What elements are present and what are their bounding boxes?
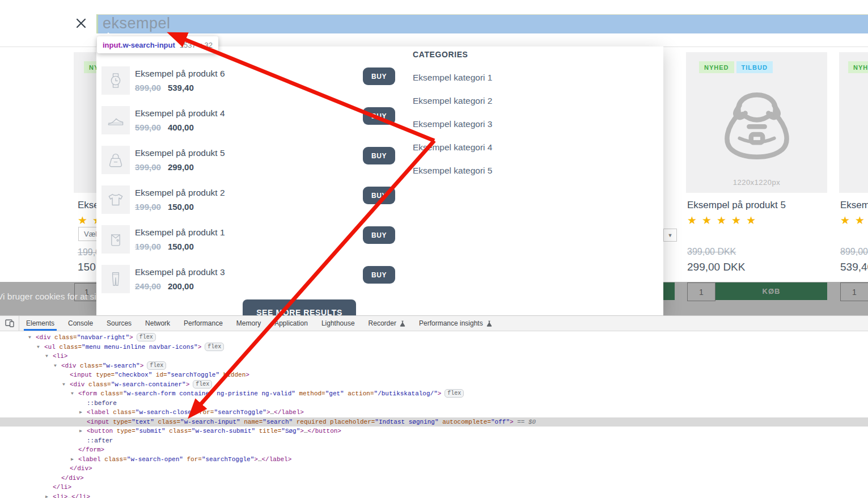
tooltip-element-class: .w-search-input — [121, 41, 175, 49]
result-product-name[interactable]: Eksempel på produkt 2 — [135, 188, 225, 198]
experiment-flask-icon — [486, 320, 492, 327]
product-title: Eksempel på produkt 5 — [687, 200, 786, 211]
result-old-price: 249,00 — [135, 281, 161, 291]
result-old-price: 199,00 — [135, 242, 161, 251]
dom-node-line[interactable]: ▼<div class="w-search">flex — [0, 361, 868, 371]
expand-arrow-closed-icon[interactable]: ▶ — [45, 492, 53, 498]
product-thumb-icon — [101, 225, 130, 254]
devtools-tab-console[interactable]: Console — [62, 316, 99, 331]
result-product-name[interactable]: Eksempel på produkt 4 — [135, 108, 225, 119]
category-link[interactable]: Eksempel kategori 5 — [413, 166, 492, 177]
dom-node-line[interactable]: ▼<li> — [0, 352, 868, 361]
tooltip-element-tag: input — [103, 41, 121, 49]
buy-button[interactable]: BUY — [363, 226, 395, 244]
image-placeholder-label: 1220x1220px — [686, 178, 827, 187]
expand-arrow-closed-icon[interactable]: ▶ — [79, 427, 87, 436]
expand-arrow-open-icon[interactable]: ▼ — [45, 352, 53, 361]
dom-node-line[interactable]: </div> — [0, 474, 868, 483]
result-product-name[interactable]: Eksempel på produkt 5 — [135, 148, 225, 158]
dom-node-selected[interactable]: <input type="text" class="w-search-input… — [0, 417, 868, 427]
expand-arrow-open-icon[interactable]: ▼ — [54, 361, 61, 371]
buy-button[interactable]: BUY — [363, 147, 395, 164]
product-thumb-icon — [101, 185, 130, 214]
badge-nyhed: NYHED — [848, 61, 868, 73]
buy-button[interactable]: BUY — [363, 187, 395, 204]
expand-arrow-closed-icon[interactable]: ▶ — [79, 408, 87, 417]
category-link[interactable]: Eksempel kategori 1 — [413, 73, 492, 84]
expand-arrow-open-icon[interactable]: ▼ — [37, 343, 44, 352]
result-new-price: 150,00 — [168, 202, 194, 212]
result-new-price: 400,00 — [168, 123, 194, 132]
buy-button[interactable]: BUY — [363, 266, 395, 284]
dom-node-line[interactable]: ::after — [0, 436, 868, 446]
tooltip-dimensions: 1537 × 32 — [180, 41, 213, 49]
result-product-name[interactable]: Eksempel på produkt 3 — [135, 267, 225, 277]
dom-node-line[interactable]: ▼<ul class="menu menu-inline navbar-icon… — [0, 343, 868, 352]
result-new-price: 200,00 — [168, 281, 194, 291]
devtools-tab-memory[interactable]: Memory — [231, 316, 266, 331]
category-link[interactable]: Eksempel kategori 3 — [413, 119, 492, 130]
inspected-search-input[interactable]: eksempel — [96, 14, 868, 33]
dom-node-line[interactable]: ▼<form class="w-search-form container ng… — [0, 389, 868, 399]
search-results-panel: Eksempel på produkt 6899,00539,40BUYEkse… — [96, 47, 663, 315]
devtools-tab-performance-insights[interactable]: Performance insights — [413, 316, 498, 331]
handbag-image — [709, 67, 805, 169]
device-toolbar-icon[interactable] — [0, 316, 19, 331]
category-link[interactable]: Eksempel kategori 2 — [413, 96, 492, 107]
devtools-tab-recorder[interactable]: Recorder — [363, 316, 411, 331]
result-product-name[interactable]: Eksempel på produkt 6 — [135, 69, 225, 79]
category-link[interactable]: Eksempel kategori 4 — [413, 142, 492, 154]
dom-node-line[interactable]: ▶<li>…</li> — [0, 492, 868, 498]
dom-node-line[interactable]: ▶<label class="w-search-close" for="sear… — [0, 408, 868, 417]
star-rating: ★★★★★ — [840, 214, 868, 227]
dom-node-line[interactable]: ::before — [0, 399, 868, 408]
product-card-image: NYHED TILBUD — [686, 52, 827, 193]
product-thumb-icon — [101, 106, 130, 134]
dom-node-line[interactable]: </form> — [0, 445, 868, 455]
price-old: 899,00 DKK — [840, 247, 868, 257]
devtools-tab-elements[interactable]: Elements — [20, 316, 60, 331]
devtools-panel: ElementsConsoleSourcesNetworkPerformance… — [0, 315, 868, 498]
categories-title: CATEGORIES — [413, 50, 468, 59]
expand-arrow-open-icon[interactable]: ▼ — [28, 333, 36, 343]
inspect-tooltip: input.w-search-input 1537 × 32 — [97, 36, 218, 53]
buy-button[interactable]: BUY — [363, 67, 395, 85]
devtools-tab-sources[interactable]: Sources — [101, 316, 137, 331]
dom-node-line[interactable]: <input type="checkbox" id="searchToggle"… — [0, 370, 868, 380]
result-old-price: 899,00 — [135, 83, 161, 92]
buy-button[interactable]: BUY — [363, 107, 395, 125]
result-old-price: 199,00 — [135, 202, 161, 212]
devtools-tab-lighthouse[interactable]: Lighthouse — [316, 316, 361, 331]
star-rating: ★★★★★ — [687, 214, 761, 227]
result-product-name[interactable]: Eksempel på produkt 1 — [135, 227, 225, 238]
dom-node-line[interactable]: ▼<div class="w-search-container">flex — [0, 380, 868, 390]
dom-node-line[interactable]: </li> — [0, 483, 868, 492]
result-new-price: 539,40 — [168, 83, 194, 92]
devtools-tab-performance[interactable]: Performance — [178, 316, 228, 331]
experiment-flask-icon — [400, 320, 405, 327]
search-input-value: eksempel — [103, 15, 171, 32]
expand-arrow-open-icon[interactable]: ▼ — [71, 389, 78, 399]
result-new-price: 150,00 — [168, 242, 194, 251]
expand-arrow-closed-icon[interactable]: ▶ — [71, 455, 78, 465]
result-old-price: 399,00 — [135, 162, 161, 172]
cookie-text: Vi bruger cookies for at si — [0, 292, 96, 302]
search-close-icon[interactable] — [75, 17, 87, 29]
devtools-elements-tree: ▼<div class="navbar-right">flex▼<ul clas… — [0, 333, 868, 498]
product-thumb-icon — [101, 146, 130, 174]
dom-node-line[interactable]: </div> — [0, 464, 868, 474]
expand-arrow-open-icon[interactable]: ▼ — [62, 380, 70, 390]
price-old: 399,00 DKK — [687, 247, 736, 257]
dom-node-line[interactable]: ▶<button type="submit" class="w-search-s… — [0, 427, 868, 436]
variant-select-arrow[interactable]: ▼ — [663, 229, 677, 242]
product-card-image — [839, 52, 868, 193]
devtools-tab-network[interactable]: Network — [139, 316, 176, 331]
devtools-tab-application[interactable]: Application — [269, 316, 314, 331]
dom-node-line[interactable]: ▶<label class="w-search-open" for="searc… — [0, 455, 868, 465]
product-thumb-icon — [101, 66, 130, 95]
dom-node-line[interactable]: ▼<div class="navbar-right">flex — [0, 333, 868, 343]
devtools-tabbar: ElementsConsoleSourcesNetworkPerformance… — [0, 316, 868, 331]
product-title: Eksempel på produkt 6 — [840, 200, 868, 211]
price-new: 539,40 DKK — [840, 261, 868, 273]
result-old-price: 599,00 — [135, 123, 161, 132]
